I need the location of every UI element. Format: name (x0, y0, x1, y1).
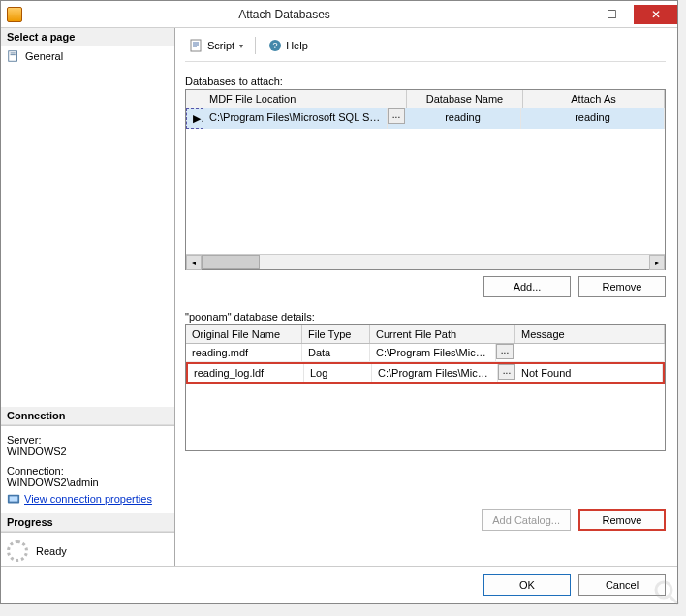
left-panel: Select a page General Connection Server:… (1, 28, 175, 566)
cell-msg (514, 344, 665, 361)
cell-mdf[interactable]: C:\Program Files\Microsoft SQL Ser... (203, 108, 388, 129)
browse-mdf-button[interactable]: ... (388, 108, 405, 124)
cell-attachas[interactable]: reading (521, 108, 665, 129)
progress-status: Ready (36, 545, 67, 557)
toolbar: Script ▾ ? Help (185, 36, 666, 62)
table-row[interactable]: ▶ C:\Program Files\Microsoft SQL Ser... … (186, 108, 665, 129)
progress-header: Progress (1, 513, 174, 532)
svg-point-8 (656, 582, 671, 598)
server-label: Server: (7, 434, 169, 446)
grid-col-attachas[interactable]: Attach As (523, 90, 665, 108)
remove-file-button[interactable]: Remove (578, 509, 666, 531)
window-title: Attach Databases (22, 8, 546, 21)
attach-databases-dialog: Attach Databases — ☐ ✕ Select a page Gen… (0, 0, 678, 604)
page-icon (7, 49, 20, 63)
cell-path[interactable]: C:\Program Files\Microso... (372, 364, 498, 382)
remove-db-button[interactable]: Remove (578, 276, 666, 297)
add-button[interactable]: Add... (483, 276, 571, 297)
minimize-button[interactable]: — (546, 5, 590, 24)
progress-spinner-icon (7, 540, 28, 562)
right-panel: Script ▾ ? Help Databases to attach: MDF… (175, 28, 677, 566)
svg-rect-5 (191, 40, 201, 51)
grid-col-mdf[interactable]: MDF File Location (203, 90, 407, 108)
cell-orig[interactable]: reading.mdf (186, 344, 302, 361)
col-original-filename[interactable]: Original File Name (186, 325, 302, 343)
databases-to-attach-label: Databases to attach: (185, 76, 666, 87)
grid-col-rowheader (186, 90, 203, 108)
scroll-right-button[interactable]: ▸ (649, 255, 665, 270)
script-button[interactable]: Script ▾ (185, 36, 247, 55)
cell-ftype[interactable]: Data (302, 344, 370, 361)
maximize-button[interactable]: ☐ (590, 5, 634, 24)
table-row[interactable]: reading.mdf Data C:\Program Files\Micros… (186, 344, 665, 362)
database-details-label: "poonam" database details: (185, 311, 666, 323)
cell-dbname[interactable]: reading (405, 108, 521, 129)
scroll-left-button[interactable]: ◂ (186, 255, 202, 270)
close-button[interactable]: ✕ (634, 5, 677, 24)
app-icon (7, 7, 22, 22)
horizontal-scrollbar[interactable]: ◂ ▸ (186, 254, 665, 269)
col-current-path[interactable]: Current File Path (370, 325, 515, 343)
add-catalog-button: Add Catalog... (482, 509, 571, 531)
titlebar: Attach Databases — ☐ ✕ (1, 1, 677, 28)
row-selector-icon[interactable]: ▶ (186, 108, 203, 129)
chevron-down-icon: ▾ (239, 42, 243, 50)
cell-orig[interactable]: reading_log.ldf (188, 364, 304, 382)
svg-line-9 (670, 596, 678, 604)
scrollbar-thumb[interactable] (202, 255, 260, 269)
connection-header: Connection (1, 407, 174, 425)
col-message[interactable]: Message (515, 325, 665, 343)
select-page-header: Select a page (1, 28, 174, 46)
databases-to-attach-grid[interactable]: MDF File Location Database Name Attach A… (185, 89, 666, 270)
dialog-footer: OK Cancel (1, 566, 677, 603)
database-details-grid[interactable]: Original File Name File Type Current Fil… (185, 324, 666, 451)
script-icon (189, 38, 204, 53)
svg-text:?: ? (273, 41, 278, 50)
help-button[interactable]: ? Help (264, 36, 312, 55)
svg-rect-4 (10, 496, 18, 501)
connection-icon (7, 492, 20, 506)
toolbar-separator (255, 37, 256, 54)
svg-rect-1 (11, 53, 16, 54)
cell-ftype[interactable]: Log (304, 364, 372, 382)
cell-path[interactable]: C:\Program Files\Microso... (370, 344, 496, 361)
grid-col-dbname[interactable]: Database Name (407, 90, 523, 108)
page-label: General (25, 50, 63, 62)
svg-rect-0 (9, 51, 17, 62)
connection-value: WINDOWS2\admin (7, 477, 169, 488)
browse-path-button[interactable]: ... (498, 364, 515, 380)
svg-rect-2 (11, 54, 16, 55)
view-connection-properties-link[interactable]: View connection properties (7, 492, 169, 506)
table-row-highlighted[interactable]: reading_log.ldf Log C:\Program Files\Mic… (186, 362, 665, 384)
watermark-icon (652, 578, 681, 607)
server-value: WINDOWS2 (7, 446, 169, 457)
cell-msg: Not Found (515, 364, 663, 382)
ok-button[interactable]: OK (483, 574, 571, 596)
help-icon: ? (267, 38, 283, 53)
page-item-general[interactable]: General (1, 46, 174, 66)
connection-label: Connection: (7, 465, 169, 477)
browse-path-button[interactable]: ... (496, 344, 514, 359)
col-file-type[interactable]: File Type (302, 325, 370, 343)
